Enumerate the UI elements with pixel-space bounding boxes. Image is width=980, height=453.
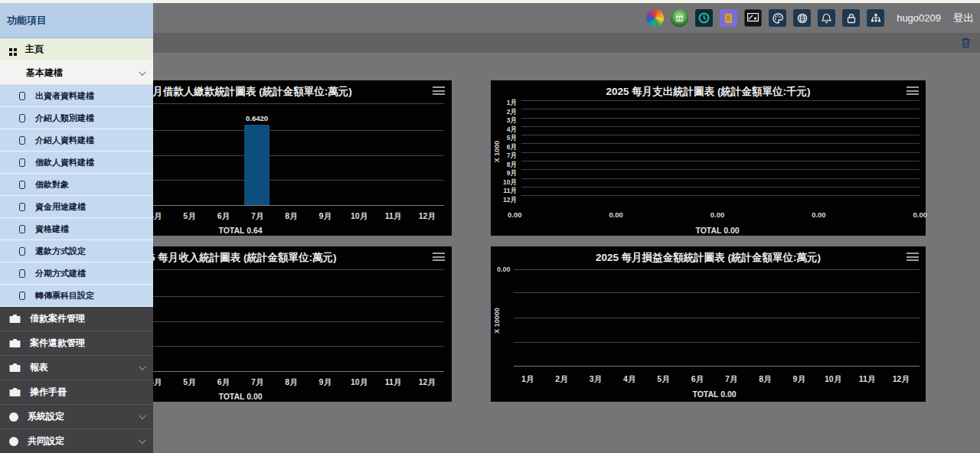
outline-square-icon — [19, 292, 25, 300]
sidebar-subitem-label: 介紹人資料建檔 — [35, 135, 94, 146]
sidebar-group-basic-setup[interactable]: 基本建檔 — [0, 62, 153, 85]
sidebar-subitem[interactable]: 借款對象 — [0, 174, 153, 196]
globe-icon[interactable] — [793, 9, 811, 27]
chevron-down-icon — [139, 363, 146, 370]
sidebar-item-label: 案件還款管理 — [30, 337, 85, 350]
y-axis-month-labels: 1月2月3月4月5月6月7月8月9月10月11月12月 — [497, 99, 517, 204]
sitemap-icon[interactable] — [867, 9, 884, 27]
sidebar-subitem-label: 借款人資料建檔 — [35, 157, 94, 168]
month-tick-label: 4月 — [497, 125, 517, 135]
month-tick-label: 2月 — [497, 108, 517, 117]
sidebar-group-label: 基本建檔 — [26, 67, 63, 80]
sidebar-item-operation-manual[interactable]: 操作手冊 — [0, 380, 153, 405]
chevron-down-icon — [139, 68, 146, 76]
sidebar-subitem-label: 介紹人類別建檔 — [35, 112, 94, 124]
x-axis-month-labels: 1月2月3月4月5月6月7月8月9月10月11月12月 — [511, 374, 918, 385]
clock-icon[interactable] — [695, 9, 713, 27]
chart-title: 2025 每月損益金額統計圖表 (統計金額單位:萬元) — [491, 251, 926, 265]
month-tick-label: 6月 — [497, 143, 517, 152]
month-tick-label: 11月 — [497, 187, 517, 196]
chart-monthly-profit-loss: 2025 每月損益金額統計圖表 (統計金額單位:萬元) 0.00 X 10000… — [491, 246, 926, 402]
month-tick-label: 3月 — [497, 116, 517, 125]
sidebar-subitem-label: 借款對象 — [35, 179, 69, 191]
sidebar-subitem[interactable]: 介紹人類別建檔 — [0, 107, 153, 129]
sidebar-item-label: 主頁 — [25, 43, 44, 56]
presentation-screen-icon[interactable] — [744, 9, 762, 27]
chart-total-label: TOTAL 0.00 — [511, 389, 918, 399]
sidebar-item-loan-case-management[interactable]: 借款案件管理 — [0, 307, 153, 331]
navbar-icon-group — [646, 9, 884, 27]
sidebar-item-label: 借款案件管理 — [30, 312, 85, 325]
bell-icon[interactable] — [818, 9, 835, 27]
sidebar-subitem[interactable]: 轉傳票科目設定 — [0, 285, 153, 307]
circle-icon — [9, 437, 18, 446]
sidebar-title: 功能項目 — [0, 3, 153, 38]
month-tick-label: 5月 — [646, 374, 680, 385]
bank-app-icon[interactable] — [671, 9, 688, 27]
gridline — [514, 342, 920, 343]
sidebar-group-reports[interactable]: 報表 — [0, 356, 153, 380]
sidebar-subitem[interactable]: 資格建檔 — [0, 218, 153, 240]
month-tick-label: 10月 — [497, 178, 517, 187]
month-tick-label: 7月 — [240, 211, 274, 222]
sidebar-item-label: 操作手冊 — [30, 386, 67, 399]
month-tick-label: 9月 — [309, 377, 342, 388]
briefcase-icon — [9, 338, 21, 348]
sidebar-subitem[interactable]: 借款人資料建檔 — [0, 152, 153, 174]
scroll-icon[interactable] — [720, 9, 737, 27]
month-tick-label: 8月 — [748, 374, 782, 385]
chart-menu-icon[interactable] — [906, 86, 919, 95]
value-tick-label: 0.00 — [508, 210, 522, 219]
sidebar-subitem[interactable]: 還款方式設定 — [0, 240, 153, 262]
logout-button[interactable]: 登出 — [953, 11, 974, 25]
gridline — [514, 292, 920, 293]
palette-icon[interactable] — [769, 9, 786, 27]
gridline — [514, 318, 920, 318]
value-tick-label: 0.00 — [812, 210, 826, 219]
outline-square-icon — [19, 136, 25, 145]
sidebar-subitem[interactable]: 資金用途建檔 — [0, 196, 153, 218]
y-axis-multiplier-label: X 10000 — [493, 284, 501, 357]
month-tick-label: 10月 — [816, 374, 850, 385]
month-tick-label: 11月 — [376, 377, 410, 388]
month-tick-label: 12月 — [497, 196, 517, 205]
outline-square-icon — [19, 114, 25, 122]
month-tick-label: 12月 — [410, 211, 444, 222]
chart-menu-icon[interactable] — [433, 253, 445, 261]
month-tick-label: 6月 — [207, 377, 240, 388]
chart-monthly-expense: 2025 每月支出統計圖表 (統計金額單位:千元) X 1000 1月2月3月4… — [491, 80, 926, 236]
value-tick-label: 0.00 — [913, 210, 928, 219]
sidebar-subitem-label: 轉傳票科目設定 — [35, 290, 94, 301]
briefcase-icon — [9, 363, 21, 373]
chart-menu-icon[interactable] — [433, 86, 445, 95]
sidebar-subitem[interactable]: 分期方式建檔 — [0, 262, 153, 285]
sidebar-item-case-repayment-management[interactable]: 案件還款管理 — [0, 331, 153, 356]
grid-icon — [9, 48, 12, 51]
month-tick-label: 10月 — [342, 377, 376, 388]
lock-icon[interactable] — [842, 9, 860, 27]
chart-menu-icon[interactable] — [906, 253, 919, 261]
trash-icon[interactable] — [961, 37, 971, 48]
sidebar-basic-subitems: 出資者資料建檔 介紹人類別建檔 介紹人資料建檔 借款人資料建檔 借款對象 資金用… — [0, 85, 153, 307]
username: hugo0209 — [897, 12, 941, 24]
colorful-logo-icon[interactable] — [646, 9, 664, 27]
month-tick-label: 9月 — [497, 169, 517, 178]
sidebar-subitem-label: 資格建檔 — [35, 223, 69, 235]
sidebar-group-label: 系統設定 — [28, 410, 64, 423]
sidebar-subitem[interactable]: 出資者資料建檔 — [0, 85, 153, 107]
gridlines — [521, 100, 920, 204]
sidebar-subitem[interactable]: 介紹人資料建檔 — [0, 129, 153, 152]
outline-square-icon — [19, 158, 25, 167]
sidebar-group-common-settings[interactable]: 共同設定 — [0, 429, 153, 453]
value-tick-label: 0.00 — [710, 210, 725, 219]
sidebar-item-home[interactable]: 主頁 — [0, 38, 153, 62]
circle-icon — [9, 412, 18, 422]
month-tick-label: 12月 — [884, 374, 918, 385]
sidebar-group-system-settings[interactable]: 系統設定 — [0, 405, 153, 429]
month-tick-label: 8月 — [274, 377, 308, 388]
month-tick-label: 12月 — [410, 377, 444, 388]
month-tick-label: 2月 — [544, 374, 578, 385]
month-tick-label: 7月 — [240, 377, 274, 388]
month-tick-label: 5月 — [172, 377, 206, 388]
bar-july[interactable] — [244, 125, 270, 205]
